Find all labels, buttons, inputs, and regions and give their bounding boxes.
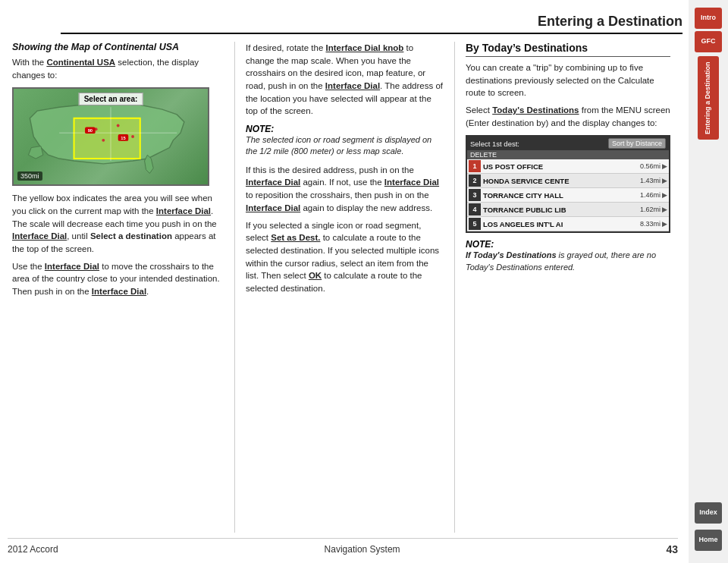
dest-row-num: 5 — [469, 218, 481, 230]
dest-row-dist: 1.62mi — [640, 206, 661, 213]
left-para1: With the Continental USA selection, the … — [12, 56, 224, 81]
dest-row-dist: 0.56mi — [640, 162, 661, 170]
tab-entering-destination[interactable]: Entering a Destination — [698, 56, 719, 140]
dest-table-header: Select 1st dest: Sort by Distance — [467, 137, 669, 150]
continental-usa-label: Continental USA — [46, 58, 115, 67]
mid-column: If desired, rotate the Interface Dial kn… — [235, 42, 455, 533]
right-heading-text: By Today’s Destinations — [466, 42, 588, 54]
dest-row-num: 3 — [469, 189, 481, 201]
dest-row-arrow: ▶ — [662, 191, 667, 199]
map-image: 90 15 Select an area: 350mi — [12, 87, 209, 186]
sidebar: Intro GFC Entering a Destination Index H… — [689, 0, 728, 563]
right-column: By Today’s Destinations You can create a… — [455, 42, 675, 533]
mid-note: NOTE: The selected icon or road segment … — [246, 124, 444, 158]
svg-text:15: 15 — [121, 136, 126, 140]
page-title: Entering a Destination — [538, 14, 682, 29]
dest-rows-container: 1US POST OFFICE0.56mi▶2HONDA SERVICE CEN… — [467, 159, 669, 231]
mid-note-title: NOTE: — [246, 124, 444, 134]
dest-row-arrow: ▶ — [662, 220, 667, 228]
right-section-heading: By Today’s Destinations — [466, 42, 670, 57]
svg-rect-0 — [74, 118, 140, 159]
dest-row-name: TORRANCE CITY HALL — [483, 191, 640, 200]
dest-row-name: TORRANCE PUBLIC LIB — [483, 206, 640, 214]
dest-row-dist: 1.43mi — [640, 177, 661, 184]
mid-para2: If this is the desired address, push in … — [246, 164, 444, 215]
dest-row-num: 1 — [469, 160, 481, 172]
dest-row-num: 4 — [469, 203, 481, 215]
dest-row-arrow: ▶ — [662, 206, 667, 213]
dest-row-name: US POST OFFICE — [483, 162, 640, 171]
map-scale: 350mi — [17, 171, 42, 181]
mid-note-text: The selected icon or road segment is dis… — [246, 134, 444, 158]
svg-point-2 — [117, 124, 120, 127]
dest-table-row[interactable]: 1US POST OFFICE0.56mi▶ — [467, 159, 669, 174]
dest-table-row[interactable]: 5LOS ANGELES INT'L AI8.33mi▶ — [467, 217, 669, 231]
dest-table-row[interactable]: 3TORRANCE CITY HALL1.46mi▶ — [467, 188, 669, 203]
svg-point-4 — [102, 139, 105, 142]
footer-year-model: 2012 Accord — [8, 544, 58, 555]
left-column: Showing the Map of Continental USA With … — [8, 42, 235, 533]
right-para1: You can create a "trip" by combining up … — [466, 61, 670, 99]
left-section-title: Showing the Map of Continental USA — [12, 42, 224, 52]
dest-table-subheader: DELETE — [467, 150, 669, 159]
dest-row-name: LOS ANGELES INT'L AI — [483, 220, 640, 228]
tab-gfc[interactable]: GFC — [695, 31, 722, 52]
main-content: Showing the Map of Continental USA With … — [8, 42, 678, 533]
right-note-text: If Today's Destinations is grayed out, t… — [466, 250, 670, 273]
dest-row-arrow: ▶ — [662, 177, 667, 184]
footer-page-number: 43 — [666, 543, 678, 555]
left-para3: Use the Interface Dial to move the cross… — [12, 260, 224, 298]
page-header: Entering a Destination — [61, 14, 682, 34]
tab-intro[interactable]: Intro — [695, 8, 722, 29]
dest-table: Select 1st dest: Sort by Distance DELETE… — [466, 135, 670, 233]
footer: 2012 Accord Navigation System 43 — [8, 538, 678, 555]
mid-para3: If you selected a single icon or road se… — [246, 219, 444, 295]
dest-row-name: HONDA SERVICE CENTE — [483, 177, 640, 185]
dest-row-dist: 1.46mi — [640, 191, 661, 199]
dest-row-dist: 8.33mi — [640, 220, 661, 228]
tab-home[interactable]: Home — [695, 530, 722, 551]
right-note-title: NOTE: — [466, 239, 670, 250]
dest-row-num: 2 — [469, 175, 481, 187]
delete-label: DELETE — [470, 151, 497, 159]
dest-table-row[interactable]: 2HONDA SERVICE CENTE1.43mi▶ — [467, 174, 669, 188]
dest-table-row[interactable]: 4TORRANCE PUBLIC LIB1.62mi▶ — [467, 203, 669, 217]
left-para2: The yellow box indicates the area you wi… — [12, 192, 224, 255]
dest-row-arrow: ▶ — [662, 162, 667, 170]
right-para2: Select Today's Destinations from the MEN… — [466, 104, 670, 129]
mid-para1: If desired, rotate the Interface Dial kn… — [246, 42, 444, 118]
svg-point-3 — [131, 135, 134, 138]
dest-header-label: Select 1st dest: — [470, 140, 519, 148]
svg-text:90: 90 — [88, 129, 93, 134]
right-note: NOTE: If Today's Destinations is grayed … — [466, 239, 670, 273]
map-select-label: Select an area: — [79, 93, 143, 105]
tab-index[interactable]: Index — [695, 502, 722, 524]
footer-nav-label: Navigation System — [325, 544, 400, 555]
sort-by-distance-button[interactable]: Sort by Distance — [608, 138, 666, 149]
